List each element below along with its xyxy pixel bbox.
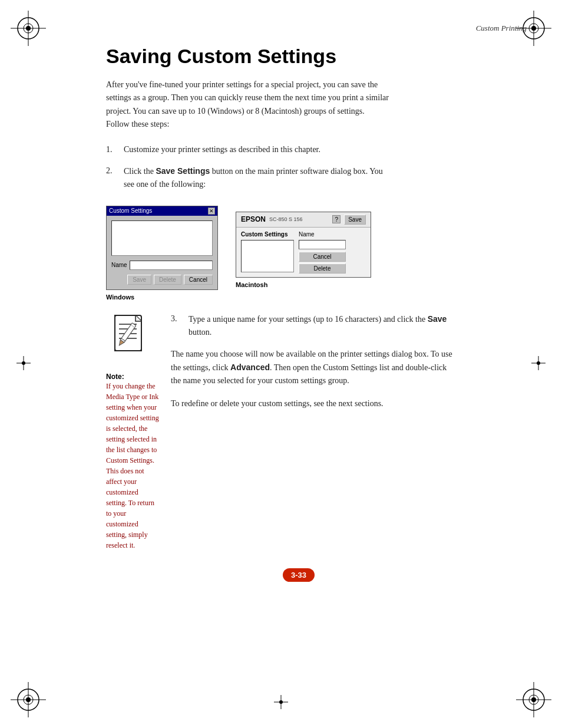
windows-dialog-body: Name Save Delete Cancel [107, 216, 217, 289]
mac-buttons: Cancel Delete [299, 252, 346, 274]
mac-dialog: EPSON SC-850 S 156 ? Save Custom Setting… [236, 212, 371, 278]
page-header: Custom Printing [35, 18, 527, 33]
step-1-text: Customize your printer settings as descr… [124, 143, 320, 156]
step-2-bold: Save Settings [156, 166, 210, 176]
step-1: 1. Customize your printer settings as de… [106, 143, 491, 156]
mac-save-btn[interactable]: Save [344, 215, 366, 225]
page-number: 3-33 [283, 568, 315, 582]
page: Custom Printing Saving Custom Settings A… [0, 0, 562, 728]
mac-right-panel: Name Cancel Delete [299, 231, 346, 274]
note-section: Note: If you change the Media Type or In… [106, 312, 491, 551]
page-number-area: 3-33 [106, 568, 491, 582]
mac-delete-btn[interactable]: Delete [299, 263, 346, 274]
mac-name-input[interactable] [299, 240, 346, 249]
step-3-text: Type a unique name for your settings (up… [189, 312, 454, 340]
windows-buttons-row: Save Delete Cancel [111, 275, 213, 285]
step-2: 2. Click the Save Settings button on the… [106, 164, 491, 192]
step-2-num: 2. [106, 164, 124, 192]
mac-label: Macintosh [236, 281, 371, 288]
step-3: 3. Type a unique name for your settings … [171, 312, 491, 340]
chapter-title: Custom Printing [476, 24, 527, 33]
step-3-after: button. [189, 328, 211, 337]
mac-cancel-btn[interactable]: Cancel [299, 252, 346, 262]
step-3-num: 3. [171, 312, 189, 340]
mac-listbox[interactable] [241, 240, 294, 272]
mac-dialog-header: EPSON SC-850 S 156 ? Save [236, 212, 371, 228]
note-pencil-icon [106, 312, 153, 365]
mac-model: SC-850 S 156 [269, 216, 329, 222]
windows-delete-btn[interactable]: Delete [154, 275, 181, 285]
note-right: 3. Type a unique name for your settings … [171, 312, 491, 551]
windows-name-row: Name [111, 261, 213, 270]
windows-dialog-container: Custom Settings ✕ Name Save Delete Cance… [106, 206, 218, 301]
windows-close-btn[interactable]: ✕ [208, 207, 215, 215]
note-body: If you change the Media Type or Ink sett… [106, 381, 159, 551]
step-2-text: Click the Save Settings button on the ma… [124, 164, 389, 192]
mac-epson-logo: EPSON [241, 215, 266, 223]
intro-paragraph: After you've fine-tuned your printer set… [106, 78, 389, 131]
windows-dialog-title: Custom Settings [109, 207, 152, 214]
windows-name-label: Name [111, 262, 127, 268]
step-3-bold: Save [428, 314, 447, 324]
steps-list: 1. Customize your printer settings as de… [106, 143, 491, 192]
windows-dialog-titlebar: Custom Settings ✕ [107, 206, 217, 216]
windows-dialog: Custom Settings ✕ Name Save Delete Cance… [106, 206, 218, 290]
mac-help-btn[interactable]: ? [332, 215, 340, 223]
paragraph-2: To redefine or delete your custom settin… [171, 397, 454, 410]
note-text-area: Note: If you change the Media Type or In… [106, 373, 159, 551]
paragraph-1: The name you choose will now be availabl… [171, 348, 454, 388]
mac-left-panel: Custom Settings [241, 231, 294, 274]
para1-bold: Advanced [230, 363, 270, 372]
note-icon-area: Note: If you change the Media Type or In… [106, 312, 159, 551]
step-1-num: 1. [106, 143, 124, 156]
mac-dialog-body: Custom Settings Name Cancel Delete [236, 228, 371, 277]
dialogs-row: Custom Settings ✕ Name Save Delete Cance… [106, 206, 491, 301]
windows-name-input[interactable] [130, 261, 213, 270]
mac-name-label: Name [299, 231, 346, 238]
page-title: Saving Custom Settings [106, 45, 491, 68]
mac-custom-settings-label: Custom Settings [241, 231, 294, 238]
step-2-text-before: Click the [124, 167, 156, 176]
windows-cancel-btn[interactable]: Cancel [184, 275, 213, 285]
step-3-before: Type a unique name for your settings (up… [189, 315, 428, 324]
main-content: Saving Custom Settings After you've fine… [106, 45, 491, 582]
mac-dialog-container: EPSON SC-850 S 156 ? Save Custom Setting… [236, 212, 371, 288]
note-label: Note: [106, 373, 159, 381]
windows-listbox[interactable] [111, 220, 213, 256]
windows-save-btn[interactable]: Save [127, 275, 151, 285]
windows-label: Windows [106, 294, 218, 301]
